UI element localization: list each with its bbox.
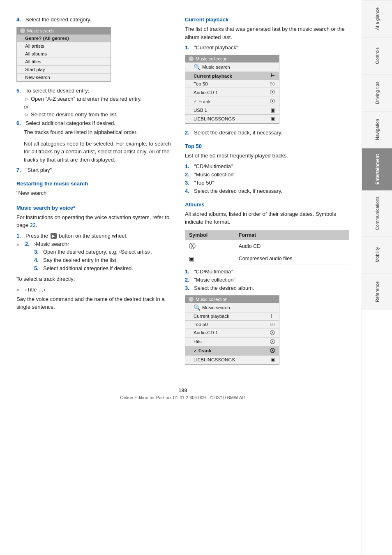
voice-button-icon: ▶ — [51, 233, 57, 239]
mockup-row-5[interactable]: New search — [17, 74, 111, 81]
mockup-row-3-text: All titles — [25, 59, 42, 64]
music-collection-mockup2: Music collection 🔍 Music search Current … — [185, 295, 279, 365]
mockup-row-3[interactable]: All titles — [17, 58, 111, 66]
mc2-row-2-text: Top 50 — [194, 322, 208, 327]
step7-text: "Start play" — [25, 167, 52, 173]
sidebar-tab-entertainment[interactable]: Entertainment — [362, 148, 392, 190]
or-separator: or — [24, 104, 173, 110]
albums-step2: 2. "Music collection" — [185, 277, 349, 283]
voice-step2-row: ■ 2. ›Music search‹ 3. Open the desired … — [16, 241, 173, 273]
step-5: 5. To select the desired entry: — [16, 88, 173, 94]
mockup-header: Music search — [17, 27, 111, 35]
mc1-row-2[interactable]: Top 50 50 — [185, 80, 279, 88]
page-number: 189 — [16, 387, 349, 393]
albums-heading: Albums — [185, 201, 349, 208]
mc1-row-0[interactable]: 🔍 Music search — [185, 62, 279, 72]
step6-text: Select additional categories if desired. — [25, 120, 115, 126]
voice-step4-text: Say the desired entry in the list. — [43, 257, 118, 263]
mc2-row-0[interactable]: 🔍 Music search — [185, 303, 279, 312]
triangle-icon-2: ▷ — [25, 112, 29, 117]
sidebar-tab-navigation[interactable]: Navigation — [362, 111, 392, 148]
mc1-row-5-left: USB 1 — [194, 108, 207, 113]
mc2-row-3-icon: Ⓧ — [270, 330, 275, 336]
mc2-row-1[interactable]: Current playback ⊢ — [185, 312, 279, 321]
mc1-row-4-icon: Ⓧ — [270, 98, 275, 104]
mc1-row-4[interactable]: ✓ Frank Ⓧ — [185, 97, 279, 106]
restarting-heading: Restarting the music search — [16, 180, 173, 187]
albums-step1: 1. "CD/Multimedia" — [185, 268, 349, 275]
mc2-row-4[interactable]: Hits Ⓧ — [185, 338, 279, 347]
current-step2-text: Select the desired track, if necessary. — [194, 130, 282, 136]
search-icon-mc2: 🔍 — [194, 304, 201, 311]
symbol-cd: Ⓧ — [185, 240, 235, 253]
sidebar-tab-mobility[interactable]: Mobility — [362, 236, 392, 273]
mc2-header: Music collection — [185, 296, 279, 303]
table-row-folder: ▣ Compressed audio files — [185, 253, 349, 264]
top50-step3-text: "Top 50" — [194, 180, 214, 186]
sidebar-tab-at-a-glance[interactable]: At a glance — [362, 0, 392, 37]
mockup-row-0[interactable]: Genre? (All genres) — [17, 35, 111, 42]
mc1-row-6-icon: ▣ — [270, 116, 275, 122]
step-6: 6. Select additional categories if desir… — [16, 120, 173, 126]
top50-step2: 2. "Music collection" — [185, 171, 349, 178]
mc2-row-0-left: 🔍 Music search — [194, 304, 230, 311]
current-step1-num: 1. — [185, 44, 192, 51]
mc2-row-6[interactable]: LIEBLINGSSONGS ▣ — [185, 356, 279, 364]
mc1-row-6-left: LIEBLINGSSONGS — [194, 116, 235, 121]
music-collection-mockup1: Music collection 🔍 Music search Current … — [185, 55, 279, 124]
top50-step4-text: Select the desired track, if necessary. — [194, 188, 282, 194]
mc2-row-4-icon: Ⓧ — [270, 339, 275, 345]
mc2-row-5[interactable]: ✓ Frank Ⓧ — [185, 347, 279, 356]
voice-icon-small: ■ — [16, 242, 24, 247]
mockup-row-5-text: New search — [25, 75, 50, 80]
voice-direct-text: To select a track directly: — [16, 275, 173, 283]
mc2-row-3[interactable]: Audio-CD 1 Ⓧ — [185, 328, 279, 338]
mc2-row-5-left: ✓ Frank — [194, 348, 211, 353]
sidebar-tab-driving-tips[interactable]: Driving tips — [362, 74, 392, 111]
mc2-row-5-text: Frank — [198, 348, 211, 353]
sidebar-tab-communications[interactable]: Communications — [362, 190, 392, 236]
symbol-folder: ▣ — [185, 253, 235, 264]
voice-step5-num: 5. — [34, 265, 42, 271]
voice-step5: 5. Select additional categories if desir… — [34, 265, 152, 271]
symbol-col-header: Symbol — [185, 230, 235, 240]
mc1-row-1[interactable]: Current playback ⊢ — [185, 72, 279, 80]
gear-icon-mc2 — [189, 297, 194, 302]
current-step1-text: "Current playback" — [194, 44, 238, 51]
mc1-row-5[interactable]: USB 1 ▣ — [185, 106, 279, 115]
sidebar-tab-reference[interactable]: Reference — [362, 273, 392, 310]
step7-number: 7. — [16, 167, 24, 173]
voice-step1: 1. Press the ▶ button on the steering wh… — [16, 233, 173, 239]
voice-direct-sub-text: ›Title …‹ — [25, 287, 45, 293]
voice-step2-num: 2. — [25, 241, 32, 247]
mockup-row-4[interactable]: Start play — [17, 66, 111, 74]
gear-icon-mc1 — [189, 56, 194, 61]
voice-step3-text: Open the desired category, e.g. ›Select … — [43, 249, 152, 255]
albums-step2-text: "Music collection" — [194, 277, 235, 283]
albums-step3-text: Select the desired album. — [194, 285, 254, 291]
sidebar-tab-controls[interactable]: Controls — [362, 37, 392, 74]
mc1-row-5-text: USB 1 — [194, 108, 207, 113]
page22-link[interactable]: 22 — [30, 222, 36, 228]
mc1-row-3-left: Audio-CD 1 — [194, 90, 218, 95]
check-icon-mc1: ✓ — [194, 99, 197, 104]
mc1-row-6[interactable]: LIEBLINGSSONGS ▣ — [185, 115, 279, 123]
top50-step3: 3. "Top 50" — [185, 180, 349, 186]
mc2-row-6-left: LIEBLINGSSONGS — [194, 357, 235, 362]
step5-sub2: ▷ Select the desired entry from the list… — [25, 111, 173, 118]
voice-step2-content: ›Music search‹ 3. Open the desired categ… — [34, 241, 152, 273]
mockup-row-2[interactable]: All albums — [17, 50, 111, 58]
albums-step1-num: 1. — [185, 268, 192, 275]
mc1-row-3[interactable]: Audio-CD 1 Ⓧ — [185, 88, 279, 97]
current-step2: 2. Select the desired track, if necessar… — [185, 130, 349, 136]
mc2-row-2[interactable]: Top 50 50 — [185, 321, 279, 328]
mc2-row-3-left: Audio-CD 1 — [194, 330, 218, 335]
mc2-row-5-icon: Ⓧ — [270, 348, 275, 354]
step5-text: To select the desired entry: — [25, 88, 89, 94]
mockup-row-2-text: All albums — [25, 51, 47, 56]
step6-number: 6. — [16, 120, 24, 126]
mockup-row-1[interactable]: All artists — [17, 42, 111, 50]
mc2-row-0-text: Music search — [202, 305, 230, 310]
mockup-row-4-text: Start play — [25, 67, 45, 72]
mc2-row-4-text: Hits — [194, 339, 202, 344]
